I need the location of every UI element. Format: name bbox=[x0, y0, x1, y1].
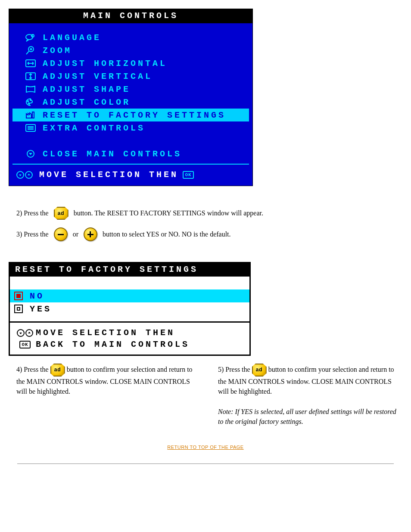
step-text: button to select YES or NO. NO is the de… bbox=[103, 230, 231, 238]
menu-list: ? LANGUAGE ZOOM ADJUST HORIZONTAL bbox=[9, 23, 252, 186]
horiz-icon bbox=[25, 59, 37, 68]
ok-icon: OK bbox=[183, 171, 194, 179]
menu-item-adjust-vertical[interactable]: ADJUST VERTICAL bbox=[12, 70, 249, 83]
step-text: 5) Press the bbox=[218, 366, 252, 373]
ok-button-icon: ad bbox=[50, 364, 65, 376]
panel-title: MAIN CONTROLS bbox=[9, 9, 252, 23]
step-2: 2) Press the ad button. The RESET TO FAC… bbox=[16, 207, 402, 220]
down-icon bbox=[25, 149, 37, 159]
divider bbox=[17, 464, 394, 464]
svg-line-4 bbox=[26, 51, 29, 54]
option-no[interactable]: NO bbox=[10, 289, 249, 302]
zoom-icon bbox=[25, 46, 37, 55]
palette-icon bbox=[25, 97, 37, 107]
menu-item-adjust-horizontal[interactable]: ADJUST HORIZONTAL bbox=[12, 57, 249, 70]
step-4: 4) Press the ad button to confirm your s… bbox=[16, 364, 201, 426]
svg-text:?: ? bbox=[32, 35, 33, 37]
radio-selected-icon bbox=[14, 292, 23, 300]
menu-label: ADJUST HORIZONTAL bbox=[43, 59, 167, 68]
vert-icon bbox=[25, 72, 37, 81]
menu-item-language[interactable]: ? LANGUAGE bbox=[12, 31, 249, 44]
footer-text: MOVE SELECTION THEN bbox=[39, 170, 178, 180]
menu-item-zoom[interactable]: ZOOM bbox=[12, 44, 249, 57]
footer-text: BACK TO MAIN CONTROLS bbox=[36, 339, 190, 349]
menu-label: ADJUST SHAPE bbox=[43, 84, 131, 94]
step-3: 3) Press the or button to select YES or … bbox=[16, 227, 402, 241]
updown-icon bbox=[15, 171, 34, 179]
menu-label: CLOSE MAIN CONTROLS bbox=[43, 149, 182, 159]
panel-footer: MOVE SELECTION THEN OK BACK TO MAIN CONT… bbox=[10, 321, 249, 355]
menu-label: RESET TO FACTORY SETTINGS bbox=[43, 110, 226, 120]
steps-4-5: 4) Press the ad button to confirm your s… bbox=[16, 364, 402, 426]
svg-rect-14 bbox=[32, 112, 34, 118]
option-label: NO bbox=[30, 291, 44, 301]
minus-button-icon bbox=[54, 227, 68, 241]
panel-title: RESET TO FACTORY SETTINGS bbox=[10, 263, 249, 277]
step-note: Note: If YES is selected, all user defin… bbox=[218, 408, 396, 425]
menu-item-adjust-shape[interactable]: ADJUST SHAPE bbox=[12, 83, 249, 96]
menu-label: LANGUAGE bbox=[43, 33, 101, 43]
step-text: button. The RESET TO FACTORY SETTINGS wi… bbox=[74, 209, 263, 217]
menu-blank bbox=[12, 134, 249, 147]
ok-button-icon: ad bbox=[252, 364, 267, 376]
step-text: or bbox=[73, 230, 78, 238]
menu-icon bbox=[25, 123, 37, 133]
step-text: 2) Press the bbox=[16, 209, 49, 217]
svg-point-12 bbox=[28, 103, 30, 104]
menu-item-adjust-color[interactable]: ADJUST COLOR bbox=[12, 96, 249, 109]
menu-label: ADJUST COLOR bbox=[43, 97, 131, 107]
menu-item-close[interactable]: CLOSE MAIN CONTROLS bbox=[12, 147, 249, 160]
option-yes[interactable]: YES bbox=[10, 302, 249, 315]
menu-item-reset-factory[interactable]: RESET TO FACTORY SETTINGS bbox=[12, 109, 249, 121]
menu-label: EXTRA CONTROLS bbox=[43, 123, 145, 133]
panel-footer: MOVE SELECTION THEN OK bbox=[12, 164, 249, 182]
menu-item-extra-controls[interactable]: EXTRA CONTROLS bbox=[12, 121, 249, 134]
menu-label: ZOOM bbox=[43, 46, 72, 56]
option-label: YES bbox=[30, 304, 52, 314]
ok-icon: OK bbox=[14, 341, 36, 348]
svg-point-11 bbox=[28, 101, 29, 102]
reset-factory-panel: RESET TO FACTORY SETTINGS NO YES MOVE SE… bbox=[9, 262, 251, 356]
shape-icon bbox=[25, 84, 37, 94]
step-text: 3) Press the bbox=[16, 230, 49, 238]
radio-unselected-icon bbox=[14, 305, 23, 313]
factory-icon bbox=[25, 110, 37, 120]
menu-label: ADJUST VERTICAL bbox=[43, 72, 153, 81]
footer-text: MOVE SELECTION THEN bbox=[36, 328, 175, 338]
return-link-text[interactable]: RETURN TO TOP OF THE PAGE bbox=[167, 445, 243, 450]
updown-icon bbox=[14, 329, 36, 337]
step-5: 5) Press the ad button to confirm your s… bbox=[218, 364, 402, 426]
ok-button-icon: ad bbox=[54, 207, 68, 220]
speech-icon: ? bbox=[25, 33, 37, 42]
main-controls-panel: MAIN CONTROLS ? LANGUAGE ZOOM bbox=[9, 9, 253, 186]
step-text: 4) Press the bbox=[16, 366, 50, 373]
plus-button-icon bbox=[84, 227, 97, 241]
return-top-link[interactable]: RETURN TO TOP OF THE PAGE bbox=[9, 444, 402, 451]
